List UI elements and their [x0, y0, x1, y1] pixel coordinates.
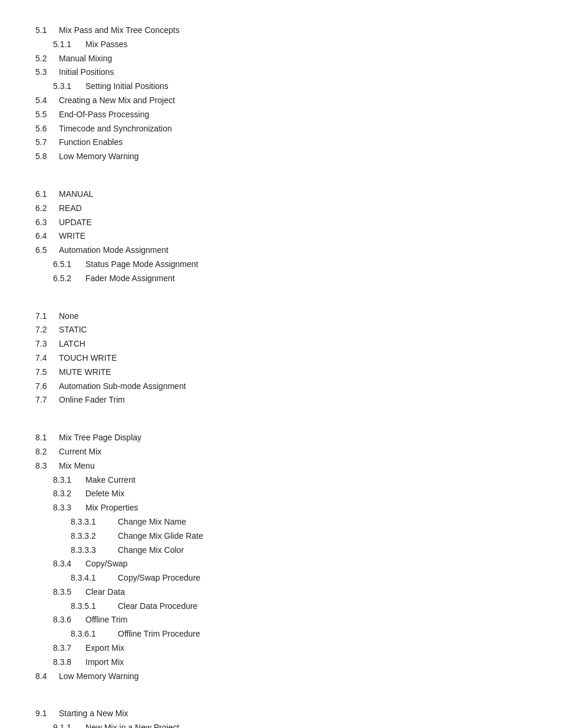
toc-entry: 6.5.1Status Page Mode Assignment — [35, 258, 527, 272]
entry-number: 5.3 — [35, 65, 59, 80]
toc-entry: 5.1Mix Pass and Mix Tree Concepts — [35, 24, 527, 38]
entry-text: Change Mix Color — [118, 545, 184, 555]
entry-text: Fader Mode Assignment — [85, 274, 175, 283]
entry-text: READ — [59, 203, 82, 213]
entry-text: Manual Mixing — [59, 54, 112, 63]
toc-entry: 8.3.6.1Offline Trim Procedure — [35, 627, 527, 641]
entry-number: 8.3.3 — [53, 501, 85, 515]
toc-entry: 5.5End-Of-Pass Processing — [35, 108, 527, 122]
entry-text: Delete Mix — [85, 489, 124, 498]
entry-number: 8.3.4 — [53, 557, 85, 571]
entry-number: 7.7 — [35, 393, 59, 407]
entry-text: Low Memory Warning — [59, 151, 139, 161]
entry-number: 6.2 — [35, 202, 59, 216]
entry-number: 7.1 — [35, 309, 59, 324]
entry-text: Change Mix Glide Rate — [118, 531, 203, 541]
toc-entry: 6.5Automation Mode Assignment — [35, 243, 527, 258]
entry-number: 5.4 — [35, 94, 59, 108]
entry-text: MUTE WRITE — [59, 367, 111, 377]
entry-text: Offline Trim Procedure — [118, 629, 200, 638]
entry-number: 7.3 — [35, 337, 59, 351]
toc-entry: 5.3.1Setting Initial Positions — [35, 80, 527, 94]
entry-text: UPDATE — [59, 218, 92, 227]
entry-number: 8.3.2 — [53, 487, 85, 501]
entry-number: 8.3.1 — [53, 473, 85, 487]
entry-text: Export Mix — [85, 643, 124, 653]
toc-entry: 7.3LATCH — [35, 337, 527, 351]
entry-text: Offline Trim — [85, 615, 127, 624]
entry-number: 8.1 — [35, 431, 59, 445]
toc-entry: 5.2Manual Mixing — [35, 52, 527, 66]
toc-entry: 8.3.3.2Change Mix Glide Rate — [35, 529, 527, 543]
entry-text: LATCH — [59, 339, 85, 348]
section-section5: 5.1Mix Pass and Mix Tree Concepts5.1.1Mi… — [35, 24, 527, 164]
entry-number: 8.3.4.1 — [71, 571, 118, 585]
entry-text: STATIC — [59, 325, 87, 334]
entry-number: 8.2 — [35, 445, 59, 459]
entry-number: 5.7 — [35, 136, 59, 150]
entry-number: 9.1.1 — [53, 721, 85, 728]
entry-number: 6.3 — [35, 216, 59, 230]
entry-number: 7.4 — [35, 351, 59, 365]
entry-text: Setting Initial Positions — [85, 81, 168, 91]
toc-entry: 8.3.5.1Clear Data Procedure — [35, 599, 527, 614]
entry-text: Mix Properties — [85, 503, 138, 512]
entry-text: Automation Mode Assignment — [59, 245, 168, 255]
toc-entry: 8.3.1Make Current — [35, 473, 527, 487]
entry-number: 8.3.5.1 — [71, 599, 118, 614]
entry-text: Initial Positions — [59, 67, 114, 77]
toc-entry: 8.2Current Mix — [35, 445, 527, 459]
entry-number: 5.2 — [35, 52, 59, 66]
entry-text: Clear Data Procedure — [118, 601, 197, 611]
entry-text: TOUCH WRITE — [59, 353, 117, 363]
entry-text: Online Fader Trim — [59, 395, 125, 404]
entry-number: 8.3.5 — [53, 585, 85, 599]
toc-container: 5.1Mix Pass and Mix Tree Concepts5.1.1Mi… — [35, 24, 527, 728]
toc-entry: 8.1Mix Tree Page Display — [35, 431, 527, 445]
entry-number: 5.3.1 — [53, 80, 85, 94]
toc-entry: 6.1MANUAL — [35, 187, 527, 202]
toc-entry: 8.3Mix Menu — [35, 459, 527, 473]
toc-entry: 7.6Automation Sub-mode Assignment — [35, 380, 527, 394]
toc-entry: 5.4Creating a New Mix and Project — [35, 94, 527, 108]
toc-entry: 8.3.4.1Copy/Swap Procedure — [35, 571, 527, 585]
entry-number: 5.5 — [35, 108, 59, 122]
toc-entry: 6.5.2Fader Mode Assignment — [35, 272, 527, 286]
entry-text: Mix Menu — [59, 461, 95, 470]
entry-number: 6.5 — [35, 243, 59, 258]
toc-entry: 8.3.3.1Change Mix Name — [35, 515, 527, 529]
entry-text: Timecode and Synchronization — [59, 124, 172, 133]
entry-number: 5.8 — [35, 150, 59, 164]
entry-number: 6.5.1 — [53, 258, 85, 272]
entry-text: None — [59, 311, 78, 321]
entry-number: 8.3.7 — [53, 641, 85, 655]
toc-entry: 8.3.3.3Change Mix Color — [35, 543, 527, 558]
toc-entry: 8.3.4Copy/Swap — [35, 557, 527, 571]
entry-text: Import Mix — [85, 657, 124, 667]
toc-entry: 5.8Low Memory Warning — [35, 150, 527, 164]
entry-text: Function Enables — [59, 137, 123, 147]
toc-entry: 8.3.7Export Mix — [35, 641, 527, 655]
entry-number: 7.2 — [35, 323, 59, 337]
toc-entry: 8.3.6Offline Trim — [35, 613, 527, 627]
entry-number: 8.3.6 — [53, 613, 85, 627]
entry-number: 7.5 — [35, 365, 59, 380]
entry-number: 6.5.2 — [53, 272, 85, 286]
entry-number: 8.3.3.2 — [71, 529, 118, 543]
entry-text: WRITE — [59, 231, 85, 241]
toc-entry: 6.2READ — [35, 202, 527, 216]
entry-text: Make Current — [85, 475, 135, 485]
entry-text: Copy/Swap — [85, 559, 128, 568]
section-section6: 6.1MANUAL6.2READ6.3UPDATE6.4WRITE6.5Auto… — [35, 187, 527, 286]
entry-text: Current Mix — [59, 447, 101, 456]
entry-number: 6.4 — [35, 229, 59, 243]
entry-text: Status Page Mode Assignment — [85, 259, 198, 269]
toc-entry: 8.3.5Clear Data — [35, 585, 527, 599]
entry-text: New Mix in a New Project — [85, 723, 180, 728]
entry-text: Copy/Swap Procedure — [118, 573, 200, 582]
toc-entry: 6.3UPDATE — [35, 216, 527, 230]
entry-text: End-Of-Pass Processing — [59, 110, 149, 119]
entry-number: 9.1 — [35, 707, 59, 721]
entry-text: Mix Passes — [85, 39, 128, 49]
entry-number: 8.3 — [35, 459, 59, 473]
